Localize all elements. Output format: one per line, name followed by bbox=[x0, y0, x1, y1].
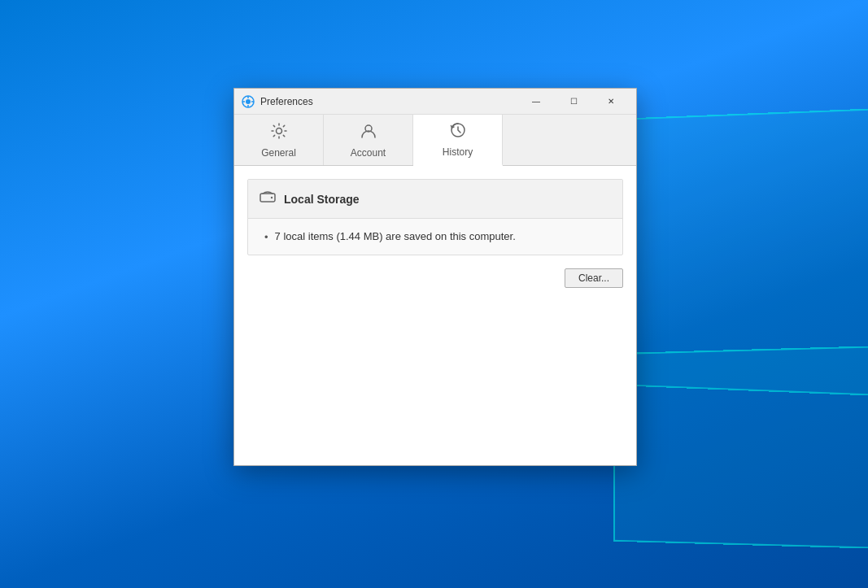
storage-info-text: 7 local items (1.44 MB) are saved on thi… bbox=[275, 230, 516, 242]
clear-button-row: Clear... bbox=[247, 265, 623, 291]
storage-icon bbox=[260, 189, 276, 208]
gear-icon bbox=[270, 122, 288, 144]
account-icon bbox=[360, 122, 377, 144]
content-area: Local Storage • 7 local items (1.44 MB) … bbox=[234, 166, 636, 465]
tab-history-label: History bbox=[443, 146, 473, 158]
storage-body: • 7 local items (1.44 MB) are saved on t… bbox=[248, 219, 622, 255]
local-storage-section: Local Storage • 7 local items (1.44 MB) … bbox=[247, 179, 623, 255]
desktop-decoration-2 bbox=[613, 346, 868, 548]
tab-account[interactable]: Account bbox=[324, 115, 413, 165]
svg-point-10 bbox=[271, 197, 273, 198]
tab-history[interactable]: History bbox=[413, 115, 503, 166]
maximize-button[interactable]: ☐ bbox=[555, 89, 592, 115]
history-icon bbox=[449, 121, 467, 143]
storage-title: Local Storage bbox=[284, 193, 360, 206]
minimize-button[interactable]: — bbox=[517, 89, 555, 115]
svg-rect-9 bbox=[260, 194, 275, 202]
window-controls: — ☐ ✕ bbox=[517, 89, 630, 115]
tab-bar: General Account History bbox=[234, 115, 636, 166]
tab-spacer bbox=[503, 115, 636, 166]
tab-general[interactable]: General bbox=[234, 115, 324, 165]
bullet-point: • bbox=[264, 231, 268, 243]
tab-account-label: Account bbox=[351, 147, 386, 159]
svg-point-1 bbox=[246, 99, 251, 104]
tab-general-label: General bbox=[261, 147, 296, 159]
storage-info-item: • 7 local items (1.44 MB) are saved on t… bbox=[264, 230, 606, 243]
clear-button[interactable]: Clear... bbox=[565, 268, 623, 288]
title-bar: Preferences — ☐ ✕ bbox=[234, 89, 636, 115]
storage-header: Local Storage bbox=[248, 180, 622, 219]
app-icon bbox=[241, 94, 255, 109]
preferences-window: Preferences — ☐ ✕ General A bbox=[233, 88, 637, 466]
window-title: Preferences bbox=[260, 96, 517, 107]
close-button[interactable]: ✕ bbox=[592, 89, 630, 115]
svg-point-6 bbox=[276, 128, 281, 133]
